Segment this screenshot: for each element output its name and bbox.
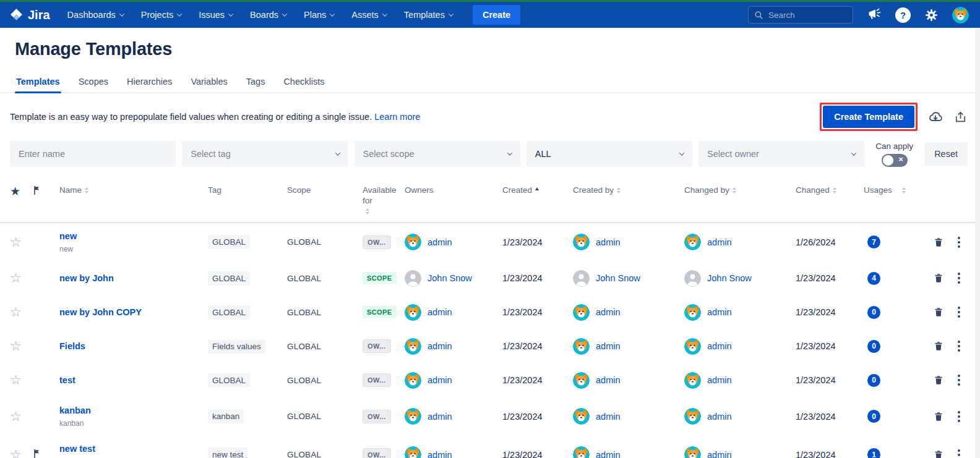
changed-by-link[interactable]: John Snow — [707, 273, 752, 283]
kebab-icon — [958, 311, 960, 313]
created-by-link[interactable]: admin — [596, 412, 621, 422]
created-by-link[interactable]: John Snow — [596, 273, 640, 283]
nav-item-dashboards[interactable]: Dashboards — [67, 10, 124, 20]
row-more-actions-button[interactable] — [956, 273, 961, 284]
created-by-link[interactable]: admin — [596, 307, 621, 317]
tab-hierarchies[interactable]: Hierarchies — [126, 74, 173, 92]
delete-template-button[interactable] — [933, 341, 944, 352]
row-more-actions-button[interactable] — [956, 341, 961, 352]
header-changed[interactable]: Changed — [796, 185, 864, 196]
favorite-star-icon[interactable]: ☆ — [10, 305, 22, 319]
tag-filter-select[interactable]: Select tag — [182, 141, 348, 167]
user-avatar-dog — [405, 372, 421, 389]
created-by-link[interactable]: admin — [596, 375, 621, 385]
settings-button[interactable] — [924, 8, 939, 22]
template-name-link[interactable]: new — [59, 231, 202, 241]
favorite-star-icon[interactable]: ☆ — [10, 373, 22, 387]
nav-item-templates[interactable]: Templates — [404, 10, 453, 20]
tab-templates[interactable]: Templates — [15, 74, 61, 92]
available-for-chip: SCOPE — [363, 272, 397, 284]
global-search-input[interactable]: Search — [748, 6, 853, 23]
header-name[interactable]: Name — [59, 185, 208, 196]
delete-template-button[interactable] — [933, 375, 944, 386]
owner-filter-select[interactable]: Select owner — [698, 141, 864, 167]
template-name-link[interactable]: new test — [59, 444, 202, 454]
owner-link[interactable]: John Snow — [428, 273, 472, 283]
delete-template-button[interactable] — [933, 411, 944, 422]
created-by-link[interactable]: admin — [596, 341, 621, 351]
owner-link[interactable]: admin — [428, 375, 452, 385]
delete-template-button[interactable] — [933, 449, 944, 458]
row-more-actions-button[interactable] — [956, 307, 961, 318]
nav-item-boards[interactable]: Boards — [250, 10, 286, 20]
changed-by-link[interactable]: admin — [707, 307, 732, 317]
template-name-link[interactable]: new by John — [59, 273, 202, 283]
reset-filters-button[interactable]: Reset — [924, 142, 968, 166]
name-filter-input[interactable] — [10, 141, 176, 167]
sort-icon — [733, 187, 736, 193]
row-more-actions-button[interactable] — [956, 449, 961, 458]
tab-variables[interactable]: Variables — [189, 74, 228, 92]
type-filter-select[interactable]: ALL — [527, 141, 692, 167]
announcements-button[interactable] — [867, 7, 882, 22]
import-templates-button[interactable] — [927, 109, 943, 125]
nav-item-plans[interactable]: Plans — [304, 10, 334, 20]
favorite-star-icon[interactable]: ☆ — [10, 339, 22, 353]
available-for-chip: OW... — [363, 448, 391, 458]
header-created-by[interactable]: Created by — [573, 185, 684, 196]
favorite-star-icon[interactable]: ☆ — [10, 271, 22, 285]
nav-item-issues[interactable]: Issues — [199, 10, 233, 20]
help-button[interactable]: ? — [895, 7, 911, 23]
owner-link[interactable]: admin — [428, 341, 452, 351]
create-template-button[interactable]: Create Template — [823, 106, 914, 128]
favorite-star-icon[interactable]: ☆ — [10, 409, 22, 423]
nav-item-assets[interactable]: Assets — [351, 10, 387, 20]
scope-value: GLOBAL — [287, 237, 363, 247]
changed-by-link[interactable]: admin — [707, 237, 732, 247]
owner-link[interactable]: admin — [428, 307, 452, 317]
row-more-actions-button[interactable] — [956, 375, 961, 386]
learn-more-link[interactable]: Learn more — [374, 112, 420, 122]
tab-tags[interactable]: Tags — [245, 74, 267, 92]
changed-by-link[interactable]: admin — [707, 412, 732, 422]
kebab-icon — [958, 454, 960, 456]
header-usages[interactable]: Usages — [864, 185, 923, 196]
can-apply-filter: Can apply × — [870, 142, 918, 167]
changed-by-link[interactable]: admin — [707, 341, 732, 351]
tab-scopes[interactable]: Scopes — [77, 74, 110, 92]
header-available-for[interactable]: Available for — [363, 185, 405, 214]
row-more-actions-button[interactable] — [956, 411, 961, 422]
owner-link[interactable]: admin — [428, 237, 452, 247]
delete-template-button[interactable] — [933, 237, 944, 248]
created-by-link[interactable]: admin — [596, 237, 621, 247]
row-more-actions-button[interactable] — [956, 237, 961, 248]
delete-template-button[interactable] — [933, 307, 944, 318]
header-changed-by[interactable]: Changed by — [684, 185, 796, 196]
template-name-link[interactable]: kanban — [59, 405, 202, 415]
favorite-star-icon[interactable]: ☆ — [10, 447, 22, 458]
header-created[interactable]: Created — [502, 185, 573, 196]
changed-by-link[interactable]: admin — [707, 375, 732, 385]
jira-logo[interactable]: Jira — [9, 7, 50, 23]
nav-create-button[interactable]: Create — [473, 5, 520, 25]
owner-link[interactable]: admin — [428, 450, 452, 458]
profile-avatar-button[interactable] — [952, 7, 969, 23]
header-owners: Owners — [405, 185, 502, 196]
nav-item-projects[interactable]: Projects — [141, 10, 181, 20]
template-name-link[interactable]: new by John COPY — [59, 307, 202, 317]
chevron-down-icon — [679, 150, 684, 155]
favorite-star-icon[interactable]: ☆ — [10, 235, 22, 249]
scrollbar[interactable] — [975, 28, 980, 458]
delete-template-button[interactable] — [933, 273, 944, 284]
export-templates-button[interactable] — [953, 110, 968, 124]
template-name-link[interactable]: Fields — [59, 341, 202, 351]
changed-by-link[interactable]: admin — [707, 450, 732, 458]
owner-link[interactable]: admin — [428, 412, 452, 422]
template-name-link[interactable]: test — [59, 375, 202, 385]
tab-checklists[interactable]: Checklists — [282, 74, 325, 92]
can-apply-toggle[interactable]: × — [882, 154, 908, 167]
trash-icon — [933, 411, 944, 422]
created-by-link[interactable]: admin — [596, 450, 621, 458]
table-row: ☆testGLOBALGLOBALOW...admin1/23/2024admi… — [0, 363, 980, 397]
scope-filter-select[interactable]: Select scope — [355, 141, 520, 167]
